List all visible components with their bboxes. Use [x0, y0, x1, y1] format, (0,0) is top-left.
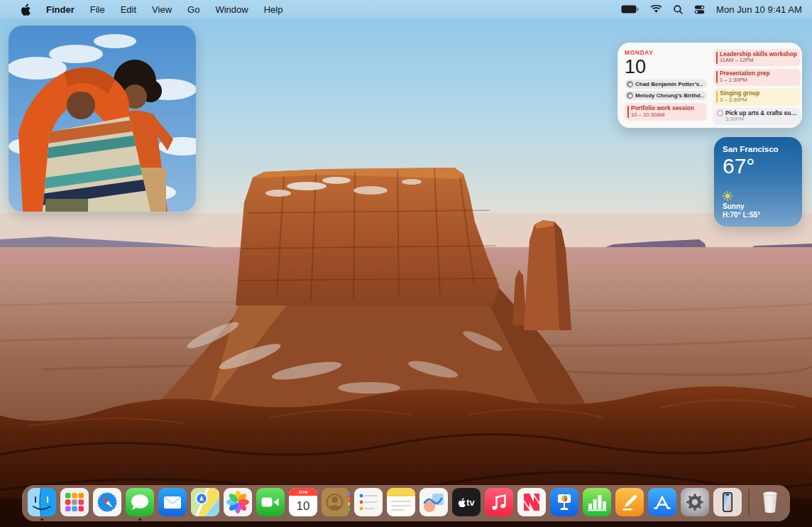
menu-item-window[interactable]: Window — [207, 0, 256, 18]
dock-item-freeform[interactable] — [419, 488, 448, 521]
mail-icon — [158, 488, 187, 516]
battery-icon[interactable] — [621, 5, 639, 13]
menu-item-edit[interactable]: Edit — [113, 0, 144, 18]
dock-item-maps[interactable] — [191, 488, 219, 521]
dock-item-mail[interactable] — [158, 488, 187, 521]
calendar-icon: JUN 10 — [289, 488, 317, 516]
dock-item-iphone-mirroring[interactable] — [713, 488, 742, 521]
tv-label: tv — [466, 497, 475, 508]
dock-item-safari[interactable] — [93, 488, 121, 521]
calendar-event[interactable]: Singing group 3 – 3:30PM — [713, 88, 801, 105]
event-color-bar — [627, 106, 630, 118]
messages-icon — [126, 488, 154, 516]
weather-high-low: H:70° L:55° — [723, 211, 794, 219]
dock-item-photos[interactable] — [224, 488, 252, 521]
calendar-reminder[interactable]: Pick up arts & crafts su… 3:30PM — [713, 108, 801, 125]
dock-item-reminders[interactable] — [354, 488, 383, 521]
dock-item-facetime[interactable] — [256, 488, 285, 521]
system-settings-icon — [681, 488, 709, 516]
calendar-event[interactable]: Leadership skills workshop 11AM – 12PM — [713, 49, 801, 66]
keynote-icon — [550, 488, 578, 516]
birthday-gift-icon — [627, 81, 633, 87]
calendar-icon-month: JUN — [298, 490, 308, 494]
calendar-event[interactable]: Presentation prep 1 – 1:30PM — [713, 69, 801, 86]
photo-two-children — [9, 26, 196, 212]
dock-item-launchpad[interactable] — [60, 488, 89, 521]
calendar-day-name: MONDAY — [625, 49, 707, 56]
menu-bar-left: Finder File Edit View Go Window Help — [0, 0, 290, 18]
calendar-day-column: MONDAY 10 Chad Benjamin Potter’s… Melody… — [625, 49, 707, 121]
search-icon[interactable] — [674, 5, 683, 14]
dock-item-numbers[interactable] — [583, 488, 611, 521]
dock-item-settings[interactable] — [681, 488, 709, 521]
dock-divider — [748, 489, 750, 516]
reminders-icon — [354, 488, 383, 516]
dock-item-contacts[interactable] — [322, 488, 350, 521]
dock: JUN 10 — [22, 485, 790, 521]
weather-temperature: 67° — [723, 154, 794, 178]
weather-condition: Sunny — [723, 202, 794, 210]
running-indicator — [138, 518, 141, 521]
facetime-icon — [256, 488, 285, 516]
calendar-allday-event[interactable]: Chad Benjamin Potter’s… — [625, 80, 707, 89]
iphone-mirroring-icon — [713, 488, 742, 516]
calendar-allday-event[interactable]: Melody Cheung’s Birthd… — [625, 91, 707, 100]
event-time: 1 – 1:30PM — [720, 77, 797, 84]
event-time: 3 – 3:30PM — [720, 97, 797, 104]
allday-event-title: Chad Benjamin Potter’s… — [635, 81, 703, 87]
dock-item-finder[interactable] — [28, 488, 56, 521]
event-color-bar — [716, 91, 718, 103]
desktop: Finder File Edit View Go Window Help — [0, 0, 812, 527]
calendar-day-number: 10 — [625, 57, 707, 77]
running-indicator — [40, 518, 43, 521]
dock-item-music[interactable] — [485, 488, 513, 521]
apple-tv-icon: tv — [452, 488, 481, 516]
dock-item-news[interactable] — [517, 488, 546, 521]
birthday-gift-icon — [627, 92, 633, 99]
dock-item-pages[interactable] — [615, 488, 644, 521]
menu-item-go[interactable]: Go — [180, 0, 207, 18]
music-icon — [485, 488, 513, 516]
reminder-time: 3:30PM — [725, 116, 797, 123]
apple-icon — [21, 4, 31, 16]
dock-item-tv[interactable]: tv — [452, 488, 481, 521]
safari-icon — [93, 488, 121, 516]
reminder-circle-icon[interactable] — [717, 110, 723, 116]
event-color-bar — [716, 71, 718, 83]
dock-item-messages[interactable] — [126, 488, 154, 521]
dock-item-trash[interactable] — [756, 488, 784, 521]
pages-icon — [615, 488, 644, 516]
sun-icon — [723, 191, 794, 201]
maps-icon — [191, 488, 219, 516]
dock-item-appstore[interactable] — [648, 488, 676, 521]
event-color-bar — [716, 52, 718, 64]
control-center-icon[interactable] — [694, 5, 705, 14]
calendar-event[interactable]: Portfolio work session 10 – 10:30AM — [625, 103, 707, 120]
dock-item-keynote[interactable] — [550, 488, 578, 521]
menu-bar-clock[interactable]: Mon Jun 10 9:41 AM — [716, 4, 802, 15]
apple-menu[interactable] — [13, 0, 38, 18]
menu-item-view[interactable]: View — [144, 0, 180, 18]
weather-city: San Francisco — [723, 145, 794, 153]
allday-event-title: Melody Cheung’s Birthd… — [635, 92, 703, 99]
menu-bar: Finder File Edit View Go Window Help — [0, 0, 812, 18]
calendar-events-column: Leadership skills workshop 11AM – 12PM P… — [713, 49, 801, 121]
calendar-widget[interactable]: MONDAY 10 Chad Benjamin Potter’s… Melody… — [618, 43, 802, 128]
dock-item-calendar[interactable]: JUN 10 — [289, 488, 317, 521]
menu-item-file[interactable]: File — [82, 0, 113, 18]
trash-icon — [756, 488, 784, 516]
menu-item-help[interactable]: Help — [256, 0, 291, 18]
menu-item-finder[interactable]: Finder — [38, 0, 82, 18]
calendar-icon-day: 10 — [297, 499, 310, 514]
notes-icon — [387, 488, 415, 516]
event-time: 11AM – 12PM — [720, 58, 797, 64]
wifi-icon[interactable] — [650, 5, 662, 13]
photos-icon — [224, 488, 252, 516]
dock-item-notes[interactable] — [387, 488, 415, 521]
weather-widget[interactable]: San Francisco 67° Sunny H:70° L:55° — [714, 137, 802, 227]
finder-icon — [28, 488, 56, 516]
menu-bar-status: Mon Jun 10 9:41 AM — [621, 4, 812, 15]
launchpad-icon — [60, 488, 89, 516]
photos-widget[interactable] — [9, 26, 196, 212]
numbers-icon — [583, 488, 611, 516]
